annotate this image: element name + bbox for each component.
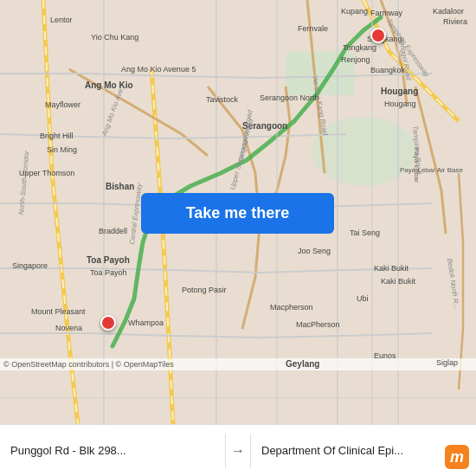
route-to: Department Of Clinical Epi...	[251, 441, 476, 460]
route-from: Punggol Rd - Blk 298...	[0, 441, 225, 460]
bottom-bar: Punggol Rd - Blk 298... → Department Of …	[0, 424, 476, 476]
svg-point-1	[312, 117, 415, 186]
take-me-there-button[interactable]: Take me there	[141, 193, 334, 234]
destination-marker	[370, 28, 386, 43]
map-container: Kadaloor Riviera Farmway Kupang Sengkang…	[0, 0, 476, 424]
moovit-icon: m	[445, 445, 469, 469]
route-to-name: Department Of Clinical Epi...	[261, 444, 466, 457]
origin-marker	[100, 315, 116, 331]
route-from-name: Punggol Rd - Blk 298...	[10, 444, 215, 457]
map-attribution: © OpenStreetMap contributors | © OpenMap…	[0, 358, 476, 370]
moovit-logo: m	[445, 445, 469, 469]
route-arrow-icon: →	[226, 443, 250, 459]
